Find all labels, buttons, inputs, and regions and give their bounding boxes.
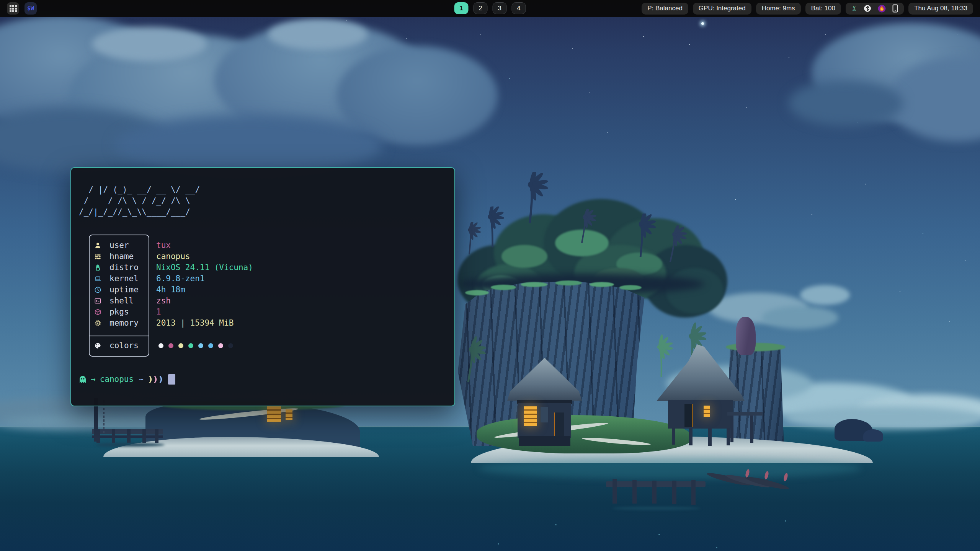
cloud bbox=[762, 306, 838, 329]
cloud bbox=[666, 365, 812, 402]
ping-module[interactable]: Home: 9ms bbox=[756, 3, 801, 15]
chip-icon bbox=[93, 319, 102, 328]
bar-left-group: $W bbox=[7, 2, 37, 15]
info-row-pkgs: pkgs 1 bbox=[71, 306, 446, 318]
top-bar: $W 1 2 3 4 P: Balanced GPU: Integrated H… bbox=[0, 0, 980, 17]
info-value: canopus bbox=[156, 251, 190, 262]
text-cursor[interactable] bbox=[168, 374, 175, 385]
info-label: colors bbox=[109, 340, 139, 351]
person-icon bbox=[93, 241, 102, 250]
color-dot bbox=[158, 343, 163, 348]
cloud bbox=[800, 285, 850, 305]
info-row-memory: memory 2013 | 15394 MiB bbox=[71, 318, 446, 329]
info-value: 2013 | 15394 MiB bbox=[156, 318, 234, 329]
info-value: 6.9.8-zen1 bbox=[156, 273, 204, 284]
info-label: shell bbox=[109, 295, 134, 306]
info-row-kernel: kernel 6.9.8-zen1 bbox=[71, 273, 446, 284]
info-label: uptime bbox=[109, 284, 139, 295]
cloud bbox=[789, 80, 903, 126]
info-label: distro bbox=[109, 262, 139, 273]
chevron: ) bbox=[158, 374, 164, 385]
phone-icon[interactable] bbox=[892, 4, 898, 13]
info-value: NixOS 24.11 (Vicuna) bbox=[156, 262, 253, 273]
info-row-user: user tux bbox=[71, 240, 446, 251]
color-dot bbox=[188, 343, 193, 348]
prompt-hostname: canopus bbox=[100, 374, 134, 385]
power-profile-module[interactable]: P: Balanced bbox=[642, 3, 688, 15]
clock-icon bbox=[93, 286, 102, 294]
info-label: hname bbox=[109, 251, 134, 262]
system-tray: ✂ bbox=[846, 3, 904, 15]
laptop-icon bbox=[93, 275, 102, 283]
bright-star bbox=[701, 22, 704, 25]
workspace-2[interactable]: 2 bbox=[474, 2, 488, 14]
info-label: pkgs bbox=[109, 306, 129, 318]
prompt-arrow: → bbox=[91, 374, 96, 385]
shell-prompt[interactable]: → canopus ~ ) ) ) bbox=[71, 374, 446, 385]
info-value: 4h 18m bbox=[156, 284, 185, 295]
palette-icon bbox=[93, 342, 102, 350]
workspace-switcher: 1 2 3 4 bbox=[454, 2, 526, 14]
list-icon bbox=[93, 253, 102, 261]
info-label: memory bbox=[109, 318, 139, 329]
info-row-colors: colors bbox=[71, 340, 446, 351]
info-value: 1 bbox=[156, 306, 161, 318]
gpu-module[interactable]: GPU: Integrated bbox=[693, 3, 751, 15]
info-value: zsh bbox=[156, 295, 171, 306]
color-dot bbox=[198, 343, 203, 348]
terminal-window[interactable]: _ ___ ____ ____ / |/ (_)_ __/ __ \/ __/ … bbox=[70, 167, 455, 406]
fastfetch-ascii-logo: _ ___ ____ ____ / |/ (_)_ __/ __ \/ __/ … bbox=[79, 173, 205, 218]
terminal-icon bbox=[93, 297, 102, 305]
battery-module[interactable]: Bat: 100 bbox=[805, 3, 841, 15]
cloud bbox=[268, 19, 368, 50]
info-row-hname: hname canopus bbox=[71, 251, 446, 262]
cloud bbox=[785, 406, 980, 429]
workspace-3[interactable]: 3 bbox=[493, 2, 507, 14]
workspace-1[interactable]: 1 bbox=[454, 2, 469, 14]
flameshot-icon[interactable] bbox=[878, 5, 886, 13]
grid-menu-icon bbox=[10, 5, 17, 12]
clock-module[interactable]: Thu Aug 08, 18:33 bbox=[908, 3, 973, 15]
bar-right-group: P: Balanced GPU: Integrated Home: 9ms Ba… bbox=[642, 3, 973, 15]
cloud bbox=[0, 414, 345, 430]
info-label: user bbox=[109, 240, 129, 251]
wm-logo-text: $W bbox=[27, 5, 34, 12]
package-icon bbox=[93, 308, 102, 316]
info-row-distro: distro NixOS 24.11 (Vicuna) bbox=[71, 262, 446, 273]
cloud bbox=[115, 115, 383, 176]
bluetooth-icon[interactable] bbox=[864, 5, 871, 12]
info-label: kernel bbox=[109, 273, 139, 284]
info-value: tux bbox=[156, 240, 171, 251]
desktop: $W 1 2 3 4 P: Balanced GPU: Integrated H… bbox=[0, 0, 980, 551]
color-dot bbox=[228, 343, 233, 348]
workspace-4[interactable]: 4 bbox=[512, 2, 526, 14]
terminal-color-dots bbox=[158, 343, 233, 348]
wallpaper-ocean bbox=[0, 426, 980, 551]
color-dot bbox=[168, 343, 173, 348]
wm-logo-button[interactable]: $W bbox=[24, 2, 37, 15]
color-dot bbox=[218, 343, 223, 348]
color-dot bbox=[178, 343, 183, 348]
info-row-uptime: uptime 4h 18m bbox=[71, 284, 446, 295]
info-row-shell: shell zsh bbox=[71, 295, 446, 306]
prompt-path: ~ bbox=[139, 374, 144, 385]
scissors-icon[interactable]: ✂ bbox=[850, 5, 859, 11]
ghost-icon bbox=[78, 375, 87, 384]
prompt-chevrons: ) ) ) bbox=[148, 374, 164, 385]
color-dot bbox=[208, 343, 213, 348]
cloud bbox=[92, 27, 207, 61]
app-menu-button[interactable] bbox=[7, 2, 19, 15]
penguin-icon bbox=[93, 264, 102, 272]
